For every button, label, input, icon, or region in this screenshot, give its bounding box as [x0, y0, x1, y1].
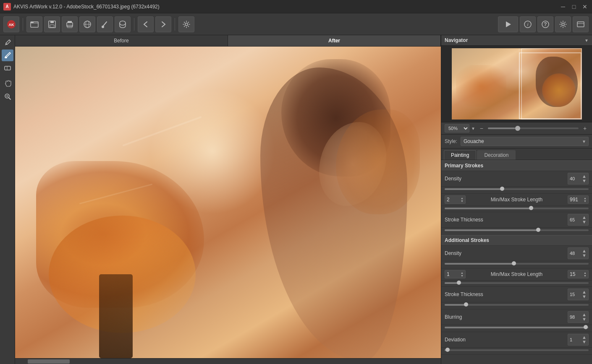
primary-length-slider-row	[441, 206, 592, 212]
deviation-slider[interactable]	[445, 349, 589, 351]
primary-length-thumb[interactable]	[529, 206, 533, 210]
tab-after[interactable]: After	[228, 35, 441, 46]
additional-length-thumb[interactable]	[457, 281, 461, 285]
zoom-select[interactable]: 50% 25% 75% 100% 150% 200%	[445, 124, 469, 133]
tab-before[interactable]: Before	[15, 35, 228, 46]
blurring-label: Blurring	[445, 314, 565, 320]
print-btn[interactable]	[62, 16, 78, 32]
blurring-slider-row	[441, 325, 592, 332]
open-btn[interactable]	[26, 16, 42, 32]
style-select[interactable]: Gouache Oil Watercolor Pastel Pencil Com…	[461, 137, 589, 146]
navigator-header: Navigator ▼	[441, 35, 592, 46]
primary-strokes-header: Primary Strokes	[441, 160, 592, 171]
close-button[interactable]: ✕	[581, 3, 589, 10]
additional-density-thumb[interactable]	[512, 261, 516, 265]
additional-strokes-header: Additional Strokes	[441, 235, 592, 246]
additional-thickness-fill	[445, 304, 466, 306]
primary-density-thumb[interactable]	[500, 187, 504, 191]
horizontal-scrollbar[interactable]	[15, 358, 441, 364]
right-panel: Navigator ▼ 50% 25%	[441, 35, 592, 364]
eyedropper-tool[interactable]	[2, 37, 13, 49]
additional-density-fill	[445, 263, 514, 265]
style-row: Style: Gouache Oil Watercolor Pastel Pen…	[441, 135, 592, 148]
blurring-value[interactable]: 98 ▲ ▼	[568, 311, 589, 323]
deviation-label: Deviation	[445, 337, 565, 343]
additional-length-slider-row	[441, 281, 592, 287]
primary-length-slider[interactable]	[445, 208, 589, 209]
prefs-btn[interactable]	[555, 16, 571, 32]
navigator-preview	[441, 46, 592, 122]
primary-thickness-slider[interactable]	[445, 229, 589, 231]
view-tabs: Before After	[15, 35, 441, 47]
primary-density-value[interactable]: 40 ▲ ▼	[568, 173, 589, 185]
tab-painting[interactable]: Painting	[444, 150, 476, 160]
svg-text:i: i	[527, 22, 529, 27]
svg-rect-26	[5, 66, 10, 70]
forward-btn[interactable]	[155, 16, 171, 32]
svg-text:?: ?	[544, 21, 547, 27]
titlebar: A AKVIS ArtWork v.12.0 - AdobeStock_6670…	[0, 0, 592, 13]
primary-density-slider[interactable]	[445, 188, 589, 190]
additional-max-length-spinner[interactable]: 15 ▲ ▼	[568, 270, 589, 278]
primary-stroke-length-row: 2 ▲ ▼ Min/Max Stroke Length 991 ▲ ▼	[441, 194, 592, 206]
deviation-value[interactable]: 1 ▲ ▼	[568, 334, 589, 346]
toolbar-right: i ?	[498, 16, 589, 32]
additional-density-slider-row	[441, 261, 592, 268]
primary-thickness-thumb[interactable]	[536, 228, 540, 232]
primary-density-spinner[interactable]: ▲ ▼	[582, 174, 587, 183]
zoom-out-btn[interactable]: −	[478, 125, 485, 132]
additional-length-slider[interactable]	[445, 282, 589, 284]
eraser-tool[interactable]	[2, 62, 13, 74]
canvas-area: Before After	[15, 35, 441, 364]
primary-max-length-spinner[interactable]: 991 ▲ ▼	[568, 195, 589, 204]
tab-decoration[interactable]: Decoration	[477, 150, 516, 160]
play-btn[interactable]	[498, 16, 518, 32]
additional-thickness-slider[interactable]	[445, 304, 589, 306]
primary-density-row: Density 40 ▲ ▼	[441, 171, 592, 187]
blurring-slider[interactable]	[445, 327, 589, 328]
maximize-button[interactable]: □	[570, 3, 578, 10]
zoom-tool[interactable]	[2, 91, 13, 102]
svg-rect-8	[68, 21, 72, 23]
zoom-slider[interactable]	[488, 127, 579, 129]
brush-tool-btn[interactable]	[97, 16, 113, 32]
additional-stroke-length-label: Min/Max Stroke Length	[467, 271, 566, 277]
canvas-wrapper	[15, 47, 441, 358]
additional-thickness-value[interactable]: 15 ▲ ▼	[568, 289, 589, 300]
zoom-slider-thumb[interactable]	[515, 126, 520, 131]
save-btn[interactable]	[44, 16, 60, 32]
primary-thickness-value[interactable]: 65 ▲ ▼	[568, 214, 589, 226]
brush-tool[interactable]	[2, 49, 13, 61]
primary-density-slider-row	[441, 187, 592, 194]
additional-density-row: Density 48 ▲ ▼	[441, 246, 592, 261]
navigator-title: Navigator	[445, 37, 468, 43]
additional-stroke-length-row: 1 ▲ ▼ Min/Max Stroke Length 15 ▲ ▼	[441, 268, 592, 281]
filter-btn[interactable]	[115, 16, 131, 32]
fullscreen-btn[interactable]	[573, 16, 589, 32]
additional-density-label: Density	[445, 250, 565, 256]
deviation-thumb[interactable]	[445, 348, 450, 352]
additional-density-value[interactable]: 48 ▲ ▼	[568, 247, 589, 259]
primary-min-length-spinner[interactable]: 2 ▲ ▼	[445, 195, 466, 204]
zoom-in-btn[interactable]: +	[581, 125, 589, 132]
blurring-thumb[interactable]	[584, 325, 588, 329]
hscroll-thumb[interactable]	[28, 359, 70, 364]
back-btn[interactable]	[138, 16, 154, 32]
window-controls: ─ □ ✕	[559, 3, 589, 10]
help-btn[interactable]: ?	[537, 16, 553, 32]
primary-thickness-label: Stroke Thickness	[445, 217, 565, 223]
settings-btn[interactable]	[178, 16, 194, 32]
window-title: AKVIS ArtWork v.12.0 - AdobeStock_667013…	[13, 4, 557, 10]
info-btn[interactable]: i	[520, 16, 536, 32]
additional-thickness-slider-row	[441, 302, 592, 309]
svg-rect-5	[50, 21, 54, 23]
left-tool-panel	[0, 35, 15, 364]
hand-tool[interactable]	[2, 78, 13, 90]
logo-btn[interactable]: AK	[3, 16, 19, 32]
minimize-button[interactable]: ─	[559, 3, 567, 10]
share-btn[interactable]	[79, 16, 95, 32]
additional-min-length-spinner[interactable]: 1 ▲ ▼	[445, 270, 466, 278]
additional-thickness-thumb[interactable]	[464, 302, 468, 307]
svg-point-15	[185, 23, 188, 26]
additional-density-slider[interactable]	[445, 263, 589, 265]
